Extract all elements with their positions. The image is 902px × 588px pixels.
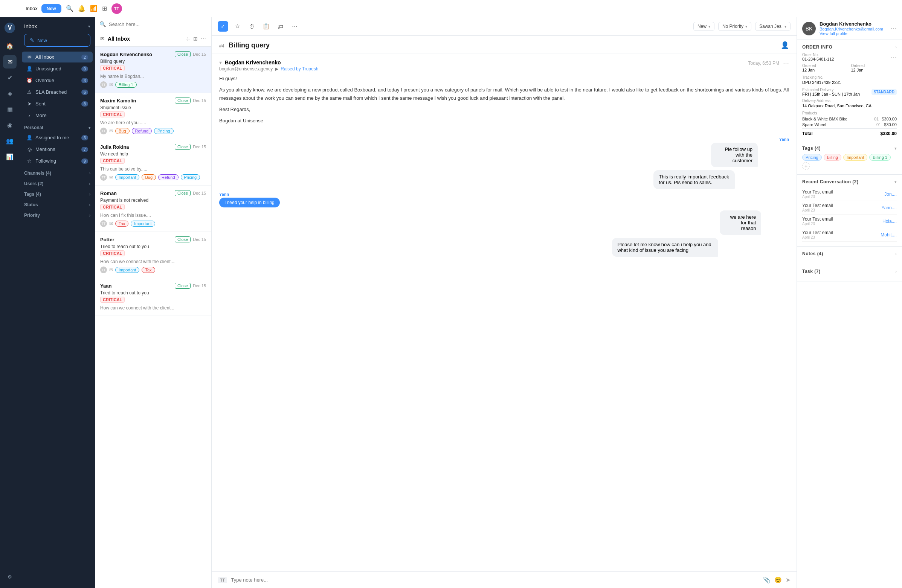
- email-expand-icon[interactable]: ▾: [219, 59, 222, 66]
- status-dropdown[interactable]: New ▾: [693, 22, 714, 31]
- logo[interactable]: V: [4, 22, 16, 34]
- tag-chip-billing[interactable]: Billing: [824, 154, 841, 161]
- nav-icon-layers[interactable]: ◈: [3, 87, 17, 100]
- julia-close-btn[interactable]: Close: [175, 144, 191, 150]
- conversation-area: ✓ ☆ ⏱ 📋 🏷 ⋯ New ▾ No Priority ▾ Sawan Je…: [211, 17, 797, 588]
- settings-icon[interactable]: ⚙: [3, 570, 17, 583]
- priority-header[interactable]: Priority ›: [20, 209, 95, 219]
- recent-conv-item-4[interactable]: Your Test email April 23 Mohit....: [802, 228, 897, 242]
- star-icon[interactable]: ☆: [232, 21, 243, 31]
- recent-conv-person-2: Yann....: [882, 205, 897, 210]
- priority-dropdown[interactable]: No Priority ▾: [718, 22, 752, 31]
- nav-icon-inbox[interactable]: ✉: [3, 55, 17, 69]
- julia-tag-pricing[interactable]: Pricing: [181, 174, 200, 180]
- users-header[interactable]: Users (2) ›: [20, 177, 95, 188]
- inbox-item-julia[interactable]: Julia Rokina Close Dec 15 We need help C…: [95, 139, 211, 186]
- reply-input[interactable]: [231, 577, 759, 583]
- clock-icon[interactable]: ⏱: [246, 21, 257, 31]
- filter-icon[interactable]: ⊹: [186, 36, 190, 42]
- bogdan-tag-billing1[interactable]: Billing 1: [115, 82, 137, 88]
- maxim-close-btn[interactable]: Close: [175, 97, 191, 103]
- notes-header[interactable]: Notes (4) ›: [802, 251, 897, 256]
- user-more-options[interactable]: ⋯: [891, 25, 897, 32]
- search-icon[interactable]: 🔍: [66, 5, 74, 12]
- tags-section-header[interactable]: Tags (4) ▾: [802, 146, 897, 151]
- tag-chip-important[interactable]: Important: [843, 154, 868, 161]
- layout-icon[interactable]: ⊞: [193, 36, 198, 42]
- inbox-item-yaan[interactable]: Yaan Close Dec 15 Tried to reach out to …: [95, 278, 211, 316]
- inbox-item-maxim[interactable]: Maxim Kamolin Close Dec 15 Shipment issu…: [95, 93, 211, 139]
- nav-icon-contacts[interactable]: 👥: [3, 134, 17, 147]
- inbox-item-potter[interactable]: Potter Close Dec 15 Tried to reach out t…: [95, 232, 211, 278]
- check-button[interactable]: ✓: [218, 21, 228, 31]
- roman-tag-important[interactable]: Important: [131, 220, 155, 227]
- nav-icon-analytics[interactable]: 📊: [3, 150, 17, 163]
- user-avatar-top[interactable]: TT: [111, 3, 122, 14]
- recent-conv-header[interactable]: Recent Conversation (2) ▾: [802, 179, 897, 185]
- new-top-button[interactable]: New: [41, 4, 61, 13]
- view-profile-link[interactable]: View full profile: [819, 31, 887, 36]
- nav-icon-wifi[interactable]: ◉: [3, 118, 17, 132]
- status-header[interactable]: Status ›: [20, 199, 95, 209]
- tag-icon[interactable]: 🏷: [275, 21, 285, 31]
- personal-section-header[interactable]: Personal ▾: [20, 121, 95, 132]
- maxim-tag-bug[interactable]: Bug: [115, 128, 130, 134]
- more-icon[interactable]: ⋯: [289, 21, 300, 31]
- nav-icon-reports[interactable]: ▦: [3, 102, 17, 116]
- inbox-item-roman[interactable]: Roman Close Dec 15 Payment is not receiv…: [95, 186, 211, 232]
- sidebar-item-overdue[interactable]: ⏰ Overdue 3: [22, 75, 92, 86]
- search-input[interactable]: [109, 22, 207, 27]
- bogdan-close-btn[interactable]: Close: [175, 51, 191, 57]
- emoji-icon[interactable]: 😊: [774, 576, 782, 583]
- julia-tag-refund[interactable]: Refund: [158, 174, 178, 180]
- maxim-tag-pricing[interactable]: Pricing: [154, 128, 174, 134]
- sidebar-item-sla-breached[interactable]: ⚠ SLA Breached 6: [22, 87, 92, 97]
- tag-chip-billing1[interactable]: Billing 1: [869, 154, 891, 161]
- roman-close-btn[interactable]: Close: [175, 190, 191, 196]
- new-compose-button[interactable]: ✎ New: [24, 34, 90, 47]
- email-more-options[interactable]: ⋯: [783, 59, 789, 67]
- add-tag-button[interactable]: +: [802, 162, 810, 170]
- sidebar-item-more[interactable]: › More: [22, 110, 92, 121]
- assign-icon[interactable]: 👤: [781, 41, 789, 49]
- julia-tag-important[interactable]: Important: [115, 174, 139, 180]
- recent-conv-item-3[interactable]: Your Test email April 23 Hola....: [802, 214, 897, 228]
- task-header[interactable]: Task (7) ›: [802, 269, 897, 274]
- recent-conv-item-1[interactable]: Your Test email April 23 Jon....: [802, 188, 897, 201]
- potter-mail-icon: ✉: [109, 267, 113, 272]
- sidebar-item-mentions[interactable]: ◎ Mentions 7: [22, 144, 92, 155]
- bell-icon[interactable]: 🔔: [78, 5, 86, 12]
- attachment-icon[interactable]: 📎: [763, 576, 770, 583]
- potter-tag-important[interactable]: Important: [115, 267, 139, 273]
- more-options-icon[interactable]: ⋯: [201, 36, 206, 42]
- nav-icon-home[interactable]: 🏠: [3, 39, 17, 53]
- signal-icon[interactable]: 📶: [90, 5, 97, 12]
- order-info-header[interactable]: ORDER INFO ›: [802, 44, 897, 50]
- potter-tag-tax[interactable]: Tax: [142, 267, 155, 273]
- sidebar-item-sent[interactable]: ➤ Sent 8: [22, 98, 92, 109]
- order-no-more[interactable]: ⋯: [891, 53, 897, 61]
- julia-tag-bug[interactable]: Bug: [142, 174, 156, 180]
- channels-header[interactable]: Channels (4) ›: [20, 167, 95, 177]
- tag-chip-pricing[interactable]: Pricing: [802, 154, 822, 161]
- recent-conv-item-2[interactable]: Your Test email April 23 Yann....: [802, 201, 897, 214]
- chat-text-here: we are here for that reason: [730, 214, 756, 231]
- sidebar-item-unassigned[interactable]: 👤 Unassigned 0: [22, 63, 92, 74]
- grid-icon[interactable]: ⊞: [102, 5, 107, 12]
- potter-close-btn[interactable]: Close: [175, 236, 191, 242]
- maxim-tag-refund[interactable]: Refund: [132, 128, 152, 134]
- nav-icon-tasks[interactable]: ✔: [3, 71, 17, 84]
- inbox-item-bogdan[interactable]: Bogdan Krivenchenko Close Dec 15 Billing…: [95, 47, 211, 93]
- sidebar-item-following[interactable]: ☆ Following 9: [22, 155, 92, 166]
- raised-by[interactable]: Raised by Trupesh: [280, 66, 318, 72]
- assignee-dropdown[interactable]: Sawan Jes. ▾: [755, 22, 791, 31]
- sidebar-item-assigned-to-me[interactable]: 👤 Assigned to me 3: [22, 132, 92, 143]
- tags-header[interactable]: Tags (4) ›: [20, 188, 95, 199]
- yaan-close-btn[interactable]: Close: [175, 283, 191, 289]
- folder-icon[interactable]: 📋: [261, 21, 271, 31]
- roman-tag-tax[interactable]: Tax: [115, 220, 128, 227]
- sidebar-item-all-inbox[interactable]: ✉ All Inbox 2: [22, 52, 92, 63]
- search-bar: 🔍: [95, 17, 211, 31]
- user-email[interactable]: Bogdan.Krivenchenko@gmail.com: [819, 27, 887, 31]
- send-icon[interactable]: ➤: [786, 576, 791, 583]
